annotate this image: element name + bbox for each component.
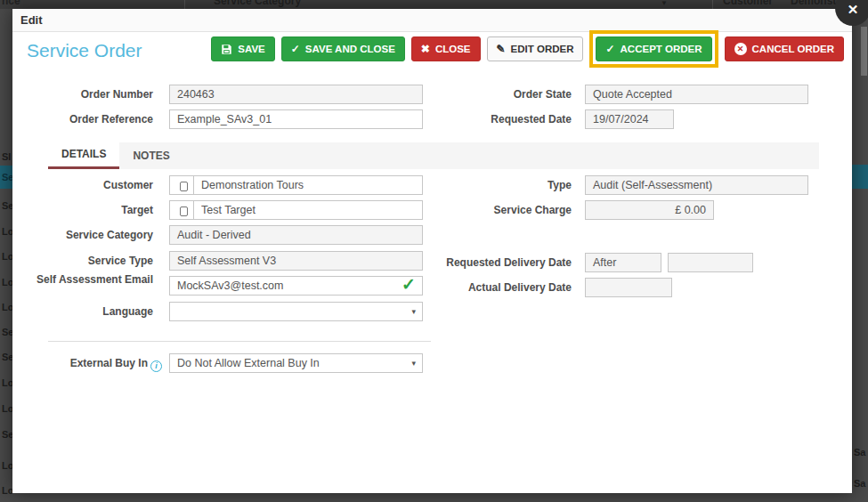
- target-input[interactable]: [193, 200, 423, 220]
- bg-table-header: nce Service Category ▼ Customer Demonstr…: [0, 0, 868, 9]
- cancel-order-button-label: CANCEL ORDER: [752, 44, 834, 54]
- save-icon: [221, 44, 232, 55]
- service-category-input: Audit - Derived: [169, 225, 423, 245]
- page-title: Service Order: [27, 40, 142, 61]
- bg-column-divider: [712, 0, 713, 9]
- bg-row-fragment: Lo: [2, 245, 12, 268]
- type-label: Type: [411, 179, 572, 191]
- bg-column-divider: [184, 0, 185, 9]
- close-modal-button[interactable]: ✖ CLOSE: [411, 36, 481, 61]
- accept-order-button[interactable]: ✓ ACCEPT ORDER: [596, 36, 711, 61]
- check-icon: ✓: [291, 44, 300, 54]
- language-label: Language: [28, 305, 153, 318]
- section-divider: [48, 341, 431, 342]
- edit-modal: Edit Service Order SAVE ✓ SAVE AND CLOSE…: [12, 9, 852, 493]
- bg-row-fragment: Lo: [2, 454, 12, 477]
- chevron-down-icon: ▾: [411, 354, 416, 372]
- actual-delivery-date-input: [585, 278, 672, 297]
- check-icon: ✓: [605, 44, 614, 54]
- service-charge-input: £ 0.00: [585, 200, 714, 220]
- bg-row-fragment: Se: [2, 345, 12, 368]
- bg-header-customer: Customer: [723, 0, 773, 7]
- external-buy-in-select[interactable]: Do Not Allow External Buy In ▾: [169, 353, 423, 373]
- bg-row-fragment: Sa: [854, 472, 866, 495]
- customer-copy-button[interactable]: [169, 175, 194, 195]
- chevron-down-icon: ▾: [411, 303, 416, 320]
- circle-x-glyph: ✕: [737, 45, 744, 53]
- bg-row-fragment: Lo: [2, 397, 12, 420]
- copy-icon: [180, 182, 188, 191]
- requested-delivery-date-label: Requested Delivery Date: [411, 256, 572, 269]
- self-assessment-email-label: Self Assessment Email: [28, 273, 153, 286]
- bg-row-fragment: Se: [2, 423, 12, 446]
- order-state-label: Order State: [411, 88, 572, 101]
- order-number-input: 240463: [169, 85, 423, 104]
- pencil-icon: ✎: [497, 44, 506, 54]
- accept-order-button-label: ACCEPT ORDER: [621, 44, 702, 54]
- type-input: Audit (Self-Assessment): [585, 175, 808, 195]
- save-and-close-button[interactable]: ✓ SAVE AND CLOSE: [281, 36, 405, 61]
- target-copy-button[interactable]: [169, 200, 194, 220]
- bg-row-fragment: Lo: [2, 296, 12, 319]
- bg-row-fragment: Se: [2, 194, 12, 217]
- screen: nce Service Category ▼ Customer Demonstr…: [0, 0, 868, 502]
- tab-details[interactable]: DETAILS: [48, 142, 119, 169]
- order-reference-label: Order Reference: [28, 113, 153, 126]
- external-buy-in-label: External Buy Ini: [20, 357, 162, 372]
- target-label: Target: [28, 204, 153, 216]
- requested-delivery-qualifier-input: After: [585, 253, 661, 272]
- service-type-input: Self Assessment V3: [169, 251, 423, 271]
- close-button-label: CLOSE: [435, 44, 471, 54]
- tab-strip: DETAILS NOTES: [48, 142, 819, 169]
- self-assessment-email-input[interactable]: [169, 276, 423, 296]
- service-type-label: Service Type: [28, 255, 153, 267]
- customer-input[interactable]: [193, 175, 423, 195]
- bg-row-fragment: Lo: [2, 479, 12, 502]
- bg-row-fragment: Lo: [2, 271, 12, 294]
- requested-date-input: 19/07/2024: [585, 109, 674, 129]
- bg-row-fragment: Se: [0, 166, 12, 189]
- service-category-label: Service Category: [28, 229, 153, 241]
- external-buy-in-label-text: External Buy In: [70, 357, 148, 369]
- bg-row-fragment: Sa: [854, 441, 866, 464]
- cancel-order-button[interactable]: ✕ CANCEL ORDER: [725, 36, 844, 61]
- tab-notes[interactable]: NOTES: [119, 142, 183, 169]
- edit-order-button-label: EDIT ORDER: [511, 44, 574, 54]
- save-and-close-button-label: SAVE AND CLOSE: [305, 44, 395, 54]
- x-icon: ✖: [421, 44, 430, 54]
- bg-selected-row-band: [852, 165, 868, 189]
- bg-row-fragment: Lo: [2, 220, 12, 243]
- order-state-input: Quote Accepted: [585, 85, 808, 104]
- copy-icon: [180, 206, 188, 216]
- save-button-label: SAVE: [238, 44, 264, 54]
- close-icon: ✕: [835, 2, 868, 18]
- save-button[interactable]: SAVE: [211, 36, 274, 61]
- toolbar: SAVE ✓ SAVE AND CLOSE ✖ CLOSE ✎ EDIT ORD…: [211, 30, 844, 68]
- requested-date-label: Requested Date: [411, 113, 572, 126]
- accept-order-highlight: ✓ ACCEPT ORDER: [589, 30, 718, 68]
- info-icon[interactable]: i: [150, 360, 162, 372]
- bg-left-strip: SISeSeLoLoLoLoSeSeLoLoSeLoLo: [0, 0, 12, 502]
- customer-label: Customer: [28, 179, 153, 191]
- scrollbar-thumb[interactable]: [861, 27, 867, 76]
- bg-header-service-category: Service Category: [214, 0, 301, 7]
- service-charge-label: Service Charge: [411, 204, 572, 216]
- requested-delivery-date-input: [668, 253, 753, 272]
- circle-x-icon: ✕: [734, 43, 747, 55]
- order-number-label: Order Number: [28, 88, 153, 101]
- modal-titlebar: Edit: [12, 9, 852, 32]
- external-buy-in-select-value: Do Not Allow External Buy In: [177, 357, 320, 369]
- modal-window-title: Edit: [12, 9, 852, 31]
- order-reference-input[interactable]: [169, 109, 423, 129]
- chevron-down-icon: ▼: [661, 0, 668, 7]
- bg-row-fragment: Se: [2, 320, 12, 344]
- actual-delivery-date-label: Actual Delivery Date: [411, 281, 572, 294]
- edit-order-button[interactable]: ✎ EDIT ORDER: [487, 36, 584, 61]
- language-select[interactable]: ▾: [169, 302, 423, 321]
- bg-row-fragment: Lo: [2, 371, 12, 394]
